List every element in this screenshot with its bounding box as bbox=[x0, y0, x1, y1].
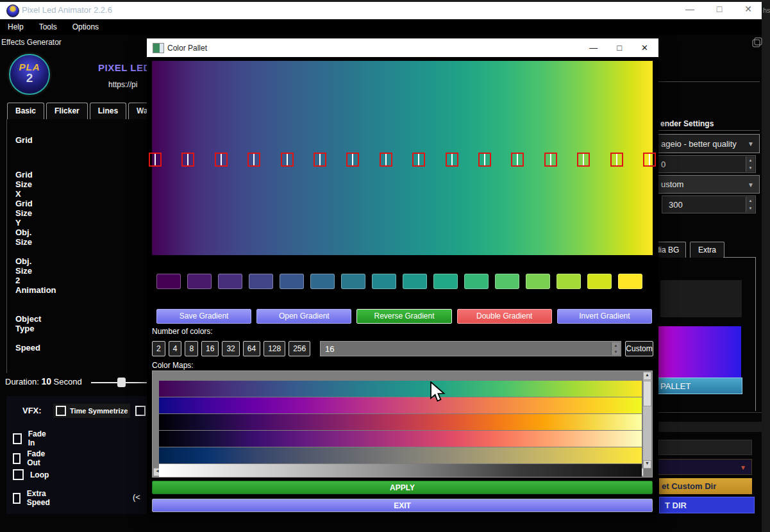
checkbox-unchecked[interactable] bbox=[13, 453, 21, 464]
gradient-marker[interactable] bbox=[281, 153, 294, 167]
spinner-arrows[interactable]: ▲▼ bbox=[611, 342, 620, 355]
fps-spinbox[interactable]: 0 ▲▼ bbox=[649, 155, 756, 173]
tab-flicker[interactable]: Flicker bbox=[46, 103, 88, 119]
colormap-greys-reversed[interactable] bbox=[159, 464, 642, 478]
maximize-button[interactable]: □ bbox=[713, 4, 726, 14]
dialog-maximize-button[interactable]: □ bbox=[617, 43, 622, 53]
main-titlebar[interactable] bbox=[0, 2, 762, 19]
color-swatch[interactable] bbox=[310, 274, 335, 289]
codec-dropdown[interactable]: ageio - better quality ▼ bbox=[649, 134, 760, 153]
vfx-option-row[interactable]: Fade Out bbox=[13, 449, 48, 467]
gradient-marker[interactable] bbox=[610, 153, 623, 167]
preset-128-button[interactable]: 128 bbox=[264, 341, 285, 356]
gradient-marker[interactable] bbox=[412, 153, 425, 167]
preset-8-button[interactable]: 8 bbox=[185, 341, 198, 356]
set-custom-dir-button[interactable]: et Custom Dir bbox=[659, 478, 752, 494]
preset-4-button[interactable]: 4 bbox=[169, 341, 182, 356]
vertical-scroll-thumb[interactable] bbox=[643, 381, 651, 406]
time-symmetrize-row[interactable]: Time Symmetrize bbox=[53, 404, 130, 418]
gradient-marker[interactable] bbox=[215, 153, 228, 167]
colormap-viridis[interactable] bbox=[159, 381, 642, 397]
checkbox-unchecked[interactable] bbox=[13, 493, 21, 504]
preset-2-button[interactable]: 2 bbox=[152, 341, 165, 356]
color-swatch[interactable] bbox=[372, 274, 396, 289]
colormap-magma[interactable] bbox=[159, 431, 642, 447]
clipped-vfx-checkbox[interactable] bbox=[135, 406, 146, 416]
reverse-gradient-button[interactable]: Reverse Gradient bbox=[356, 309, 451, 324]
gradient-marker[interactable] bbox=[478, 153, 491, 167]
gradient-marker[interactable] bbox=[643, 153, 656, 167]
gradient-marker[interactable] bbox=[181, 153, 194, 167]
gradient-marker[interactable] bbox=[247, 153, 260, 167]
app-url-link[interactable]: https://pi bbox=[108, 80, 137, 89]
time-symmetrize-checkbox[interactable] bbox=[56, 406, 66, 416]
color-swatch[interactable] bbox=[618, 274, 642, 289]
dialog-minimize-button[interactable]: — bbox=[589, 43, 598, 53]
open-gradient-button[interactable]: Open Gradient bbox=[256, 309, 351, 324]
spinner-arrows[interactable]: ▲▼ bbox=[746, 197, 755, 212]
menu-tools[interactable]: Tools bbox=[31, 20, 65, 34]
color-swatch[interactable] bbox=[403, 274, 427, 289]
double-gradient-button[interactable]: Double Gradient bbox=[457, 309, 552, 324]
scroll-up-icon[interactable]: ▲ bbox=[643, 372, 651, 380]
preset-32-button[interactable]: 32 bbox=[222, 341, 239, 356]
gradient-marker[interactable] bbox=[380, 153, 392, 167]
checkbox-unchecked[interactable] bbox=[13, 469, 24, 480]
dir-button[interactable]: T DIR bbox=[659, 497, 755, 513]
preset-16-button[interactable]: 16 bbox=[201, 341, 219, 356]
dir-dropdown[interactable]: ▼ bbox=[649, 459, 752, 475]
tab-extra[interactable]: Extra bbox=[690, 242, 724, 258]
color-swatch[interactable] bbox=[495, 274, 519, 289]
tab-basic[interactable]: Basic bbox=[7, 103, 44, 119]
color-swatch[interactable] bbox=[464, 274, 489, 289]
dialog-titlebar[interactable] bbox=[147, 38, 658, 57]
menu-options[interactable]: Options bbox=[65, 20, 106, 34]
collapse-hint[interactable]: (< bbox=[133, 492, 140, 502]
color-swatch[interactable] bbox=[587, 274, 612, 289]
color-count-spinbox[interactable]: 16 ▲▼ bbox=[320, 341, 621, 356]
spinner-arrows[interactable]: ▲▼ bbox=[746, 156, 755, 172]
color-maps-list[interactable]: ▲ ▼ ◄ ► bbox=[152, 370, 653, 478]
color-swatch[interactable] bbox=[557, 274, 581, 289]
color-pallet-button[interactable]: PALLET bbox=[649, 378, 742, 394]
vfx-option-row[interactable]: Extra Speed bbox=[13, 489, 53, 507]
color-swatch[interactable] bbox=[280, 274, 304, 289]
gradient-marker[interactable] bbox=[446, 153, 458, 167]
colormap-inferno[interactable] bbox=[159, 414, 642, 430]
tab-lines[interactable]: Lines bbox=[90, 103, 126, 119]
color-swatch[interactable] bbox=[526, 274, 550, 289]
gradient-marker[interactable] bbox=[346, 153, 359, 167]
vfx-option-row[interactable]: Fade In bbox=[13, 429, 48, 447]
color-swatch[interactable] bbox=[187, 274, 212, 289]
menu-help[interactable]: Help bbox=[0, 20, 31, 34]
custom-count-button[interactable]: Custom bbox=[625, 341, 653, 356]
duration-slider-handle[interactable] bbox=[117, 378, 126, 387]
gradient-marker[interactable] bbox=[149, 153, 162, 167]
exit-button[interactable]: EXIT bbox=[152, 499, 653, 512]
size-mode-dropdown[interactable]: ustom ▼ bbox=[649, 175, 760, 194]
size-spinbox[interactable]: 300 ▲▼ bbox=[662, 195, 756, 213]
color-swatch[interactable] bbox=[218, 274, 242, 289]
invert-gradient-button[interactable]: Invert Gradient bbox=[557, 309, 652, 324]
color-swatch[interactable] bbox=[249, 274, 273, 289]
dialog-close-button[interactable]: ✕ bbox=[641, 43, 648, 53]
colormap-cividis[interactable] bbox=[159, 447, 642, 463]
gradient-marker[interactable] bbox=[577, 153, 590, 167]
minimize-button[interactable]: — bbox=[683, 4, 696, 14]
popout-icon[interactable] bbox=[752, 37, 762, 50]
gradient-marker[interactable] bbox=[544, 153, 557, 167]
save-gradient-button[interactable]: Save Gradient bbox=[156, 309, 251, 324]
close-button[interactable]: ✕ bbox=[742, 4, 755, 14]
dir-path-field[interactable] bbox=[658, 440, 752, 455]
color-swatch[interactable] bbox=[156, 274, 181, 289]
gradient-marker[interactable] bbox=[511, 153, 524, 167]
preset-64-button[interactable]: 64 bbox=[243, 341, 260, 356]
color-swatch[interactable] bbox=[433, 274, 458, 289]
vfx-option-row[interactable]: Loop bbox=[13, 469, 49, 480]
colormap-plasma[interactable] bbox=[159, 397, 642, 413]
gradient-marker[interactable] bbox=[314, 153, 326, 167]
scroll-down-icon[interactable]: ▼ bbox=[643, 460, 651, 469]
checkbox-unchecked[interactable] bbox=[13, 433, 22, 444]
color-swatch[interactable] bbox=[341, 274, 365, 289]
preset-256-button[interactable]: 256 bbox=[289, 341, 310, 356]
